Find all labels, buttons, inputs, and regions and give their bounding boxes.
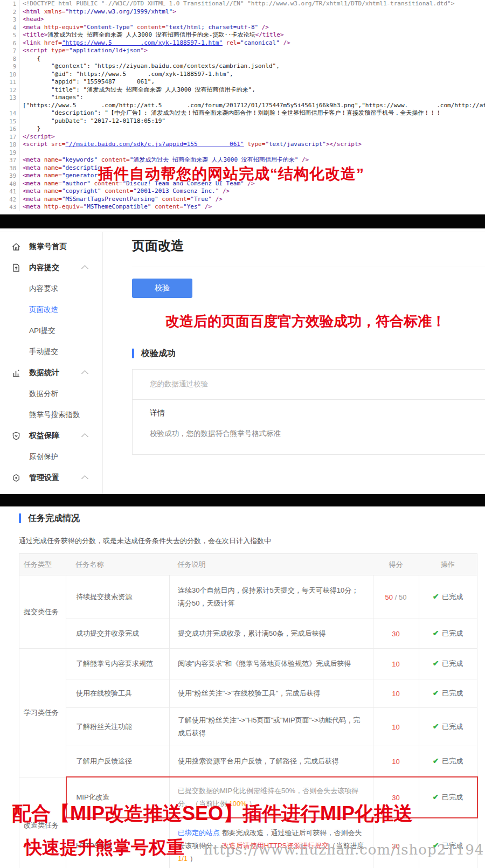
sidebar-item-内容提交[interactable]: 内容提交 — [0, 257, 102, 278]
sidebar-item-label: 熊掌号首页 — [29, 242, 67, 252]
gear-icon — [11, 473, 21, 483]
source-code-panel: 1<!DOCTYPE html PUBLIC "-//W3C//DTD XHTM… — [0, 0, 485, 214]
sidebar-item-熊掌号搜索指数[interactable]: 熊掌号搜索指数 — [0, 404, 102, 425]
line-number: 2 — [0, 8, 19, 16]
line-number: 43 — [0, 203, 19, 211]
divider-bar-bottom — [0, 494, 485, 506]
status-cell: ✔已完成 — [419, 746, 477, 777]
sidebar-item-label: 管理设置 — [29, 473, 59, 483]
sidebar-item-熊掌号首页[interactable]: 熊掌号首页 — [0, 236, 102, 257]
verify-button[interactable]: 校验 — [132, 279, 192, 298]
sidebar-item-页面改造[interactable]: 页面改造 — [0, 299, 102, 320]
code-line: 15 "pubDate": "2017-12-01T18:05:19" — [0, 117, 485, 126]
score-cell: 10 — [373, 746, 419, 777]
sidebar: 熊掌号首页内容提交内容要求页面改造API提交手动提交数据统计数据分析熊掌号搜索指… — [0, 232, 103, 495]
sidebar-item-label: 权益保障 — [29, 431, 59, 441]
line-number: 42 — [0, 196, 19, 204]
line-number: 6 — [0, 39, 19, 47]
status-done-label: 已完成 — [442, 723, 463, 731]
code-line: 16 } — [0, 125, 485, 133]
score-cell: 30 — [373, 619, 419, 649]
column-header: 得分 — [373, 554, 419, 575]
task-name-cell: 了解粉丝关注功能 — [66, 708, 170, 746]
task-desc-cell: 阅读"内容要求"和《熊掌号落地页体验规范》完成后获得 — [170, 649, 373, 679]
status-cell: ✔已完成 — [419, 679, 477, 708]
check-icon: ✔ — [433, 629, 439, 637]
task-section-desc: 通过完成任务获得的分数，或是未达成任务条件失去的分数，会在次日计入指数中 — [19, 536, 485, 546]
upload-doc-icon — [11, 263, 21, 273]
code-line: 10 "@id": "https://www.5 .com/xyk-118859… — [0, 71, 485, 79]
code-line: 7<script type="application/ld+json"> — [0, 47, 485, 55]
code-line: 2<html xmlns="http://www.w3.org/1999/xht… — [0, 8, 485, 16]
shield-icon — [11, 431, 21, 441]
code-line: 8 { — [0, 55, 485, 63]
sidebar-item-数据统计[interactable]: 数据统计 — [0, 362, 102, 383]
code-line: 11 "appid": "15595487 061", — [0, 78, 485, 86]
result-detail-text: 校验成功，您的数据符合熊掌号格式标准 — [133, 418, 485, 439]
code-line: 17</script> — [0, 133, 485, 141]
task-name-cell: 了解用户反馈途径 — [66, 746, 170, 777]
structured-transform-note: 插件自动帮您的网站完成“结构化改造” — [98, 164, 364, 184]
code-line: 43<meta http-equiv="MSThemeCompatible" c… — [0, 203, 485, 211]
result-card: 您的数据通过校验 详情 校验成功，您的数据符合熊掌号格式标准 — [132, 369, 485, 455]
source-link[interactable]: "//msite.baidu.com/sdk/c.js?appid=155 06… — [65, 141, 244, 148]
sidebar-item-手动提交[interactable]: 手动提交 — [0, 341, 102, 362]
code-line: 6<link href="https://www.5 .com/xyk-1188… — [0, 39, 485, 47]
source-link[interactable]: "https://www.5 .com/xyk-1188597-1.htm" — [62, 39, 223, 46]
line-number: 17 — [0, 133, 19, 141]
promo-line1: 配合【MIP改造推送SEO】插件进行MIP化推送 — [12, 801, 485, 827]
page-title: 页面改造 — [132, 232, 485, 255]
line-number: 37 — [0, 156, 19, 164]
line-number: 38 — [0, 164, 19, 172]
status-cell: ✔已完成 — [419, 619, 477, 649]
sidebar-item-原创保护[interactable]: 原创保护 — [0, 446, 102, 467]
code-line: 37<meta name="keywords" content="浦发成为过去 … — [0, 156, 485, 164]
main-panel: 页面改造 校验 改造后的页面百度官方效验成功，符合标准！ 校验成功 您的数据通过… — [132, 232, 485, 495]
line-number: 39 — [0, 172, 19, 180]
sidebar-item-内容要求[interactable]: 内容要求 — [0, 278, 102, 299]
column-header: 任务类型 — [19, 554, 66, 575]
line-number: 4 — [0, 24, 19, 32]
sidebar-item-label: 数据分析 — [29, 389, 58, 399]
line-number: 11 — [0, 78, 19, 86]
check-icon: ✔ — [433, 722, 439, 731]
status-done-label: 已完成 — [442, 593, 463, 601]
sidebar-item-管理设置[interactable]: 管理设置 — [0, 467, 102, 488]
code-line: 42<meta name="MSSmartTagsPreventParsing"… — [0, 196, 485, 204]
sidebar-item-label: 数据统计 — [29, 368, 59, 378]
code-line: 5<title>浦发成为过去 招商全面来袭 人人3000 没有招商信用卡的来-贷… — [0, 31, 485, 39]
status-cell: ✔已完成 — [419, 708, 477, 746]
code-line: 41<meta name="copyright" content="2001-2… — [0, 188, 485, 196]
chevron-up-icon[interactable] — [81, 475, 88, 482]
task-row: 了解用户反馈途径使用搜索资源平台用户反馈，了解路径，完成后获得10✔已完成 — [19, 746, 477, 777]
status-done-label: 已完成 — [442, 629, 463, 637]
check-icon: ✔ — [433, 689, 439, 697]
chevron-up-icon[interactable] — [81, 370, 88, 377]
task-name-cell: 使用在线校验工具 — [66, 679, 170, 708]
code-line: 13 "images": — [0, 94, 485, 102]
sidebar-item-权益保障[interactable]: 权益保障 — [0, 425, 102, 446]
result-status-text: 您的数据通过校验 — [133, 370, 485, 389]
check-icon: ✔ — [433, 592, 439, 601]
line-number: 16 — [0, 125, 19, 133]
line-number: 1 — [0, 0, 19, 8]
task-group-cell: 学习类任务 — [19, 649, 66, 777]
task-row: 使用在线校验工具使用"粉丝关注"->"在线校验工具"，完成后获得10✔已完成 — [19, 679, 477, 708]
task-name-cell: 成功提交并收录完成 — [66, 619, 170, 649]
code-line: 14 "description": "【中介广告】: 浦发成为过去！招商全面来袭… — [0, 109, 485, 117]
chart-icon — [11, 368, 21, 378]
code-line: 12 "title": "浦发成为过去 招商全面来袭 人人3000 没有招商信用… — [0, 86, 485, 94]
line-number: 10 — [0, 71, 19, 79]
check-icon: ✔ — [433, 756, 439, 765]
chevron-up-icon[interactable] — [81, 433, 88, 440]
score-cell: 10 — [373, 649, 419, 679]
task-desc-cell: 了解使用"粉丝关注"->"H5页面"或"MIP页面"->功能代码，完成后获得 — [170, 708, 373, 746]
chevron-up-icon[interactable] — [81, 265, 88, 272]
blue-accent-bar — [19, 513, 21, 523]
task-desc-cell: 提交成功并完成收录，累计满50条，完成后获得 — [170, 619, 373, 649]
sidebar-item-API提交[interactable]: API提交 — [0, 320, 102, 341]
promo-section: 配合【MIP改造推送SEO】插件进行MIP化推送 快速提升熊掌号权重 https… — [0, 792, 485, 860]
sidebar-item-数据分析[interactable]: 数据分析 — [0, 383, 102, 404]
line-number: 13 — [0, 94, 19, 102]
line-number: 18 — [0, 141, 19, 149]
